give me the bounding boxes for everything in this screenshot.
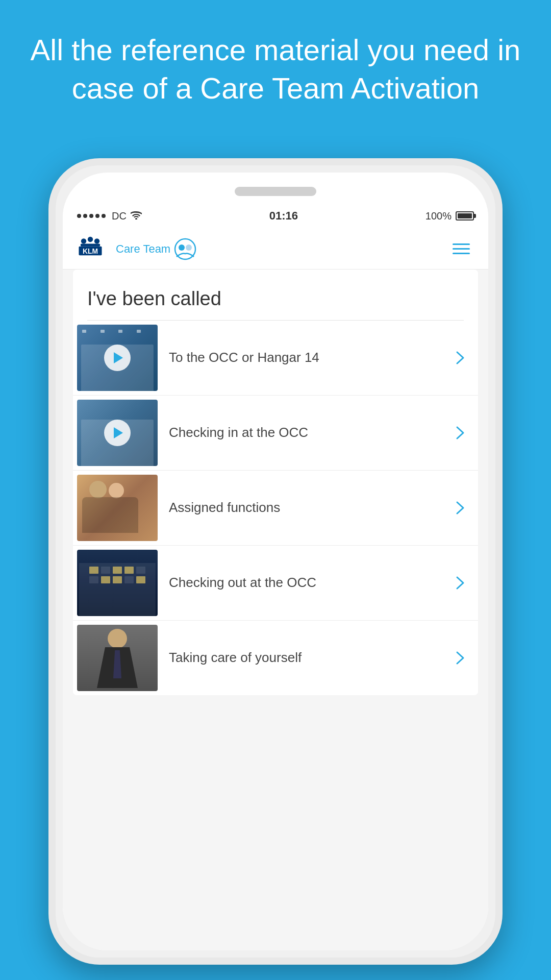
light: [89, 576, 98, 583]
svg-point-7: [179, 244, 185, 251]
list-item-thumbnail-5: [77, 625, 158, 691]
battery-percent: 100%: [425, 210, 452, 222]
thumb-building-1: [77, 325, 158, 391]
status-bar: DC 01:16 100%: [63, 203, 488, 229]
play-button-2[interactable]: [104, 420, 131, 446]
signal-strength: [77, 214, 106, 218]
page-title: I've been called: [73, 270, 478, 320]
svg-text:KLM: KLM: [83, 247, 98, 255]
thumb-person-tie: [77, 625, 158, 691]
light: [101, 567, 110, 574]
signal-dot-2: [83, 214, 87, 218]
signal-dot-4: [95, 214, 99, 218]
list-item-thumbnail-2: [77, 400, 158, 466]
hamburger-menu-button[interactable]: [448, 239, 474, 258]
hamburger-line-3: [453, 253, 470, 254]
list-item-label-3: Assigned functions: [158, 499, 456, 517]
list-item-label-4: Checking out at the OCC: [158, 574, 456, 592]
list-item[interactable]: Assigned functions: [73, 471, 478, 546]
app-content: I've been called: [63, 270, 488, 950]
svg-point-8: [186, 244, 192, 251]
status-left: DC: [77, 210, 142, 222]
play-button-1[interactable]: [104, 345, 131, 371]
light: [124, 567, 134, 574]
chevron-right-icon-2: [456, 426, 470, 440]
svg-point-2: [94, 238, 99, 243]
light: [113, 576, 122, 583]
person-head-shape: [108, 629, 127, 648]
list-item[interactable]: Checking out at the OCC: [73, 546, 478, 621]
list-item-label-2: Checking in at the OCC: [158, 424, 456, 442]
list-item[interactable]: Taking care of yourself: [73, 621, 478, 695]
battery-indicator: [456, 211, 474, 220]
light: [113, 567, 122, 574]
signal-dot-3: [89, 214, 93, 218]
app-navbar: KLM Care Team: [63, 229, 488, 270]
list-item-thumbnail-3: [77, 475, 158, 541]
window: [137, 330, 141, 333]
play-triangle: [114, 352, 123, 363]
people-body: [82, 497, 138, 533]
status-right: 100%: [425, 210, 474, 222]
list-item-label-5: Taking care of yourself: [158, 649, 456, 667]
list-item-label-1: To the OCC or Hangar 14: [158, 349, 456, 366]
play-triangle: [114, 427, 123, 438]
hamburger-line-2: [453, 248, 470, 250]
thumb-people: [77, 475, 158, 541]
signal-dot-5: [102, 214, 106, 218]
svg-rect-3: [81, 243, 100, 246]
thumb-building-2: [77, 400, 158, 466]
battery-fill: [458, 213, 472, 218]
building-windows: [82, 330, 153, 333]
list-item-thumbnail-1: [77, 325, 158, 391]
status-time: 01:16: [269, 209, 298, 223]
phone-speaker: [235, 187, 316, 196]
light: [101, 576, 110, 583]
thumb-building-dark: [77, 550, 158, 616]
content-card: I've been called: [73, 270, 478, 695]
phone-shell: DC 01:16 100%: [48, 158, 503, 965]
battery-box: [456, 211, 474, 220]
chevron-right-icon-3: [456, 501, 470, 515]
wifi-icon: [131, 210, 142, 222]
phone-inner: DC 01:16 100%: [63, 173, 488, 950]
carrier-label: DC: [112, 210, 127, 222]
app-background: All the reference material you need in c…: [0, 0, 551, 980]
header-tagline: All the reference material you need in c…: [20, 31, 531, 108]
light: [136, 567, 145, 574]
window: [82, 330, 86, 333]
hamburger-line-1: [453, 243, 470, 245]
window: [101, 330, 105, 333]
care-team-icon: [173, 237, 197, 261]
care-team-brand: Care Team: [116, 237, 197, 261]
chevron-right-icon-4: [456, 576, 470, 590]
signal-dot-1: [77, 214, 81, 218]
list-item[interactable]: Checking in at the OCC: [73, 396, 478, 471]
light: [124, 576, 134, 583]
list-item-thumbnail-4: [77, 550, 158, 616]
list-item[interactable]: To the OCC or Hangar 14: [73, 321, 478, 396]
light: [89, 567, 98, 574]
building-lights: [89, 567, 146, 603]
svg-point-0: [81, 238, 86, 243]
person-head-2: [109, 483, 124, 498]
chevron-right-icon-5: [456, 651, 470, 665]
klm-logo: KLM Care Team: [77, 236, 197, 262]
klm-crown-icon: KLM: [77, 236, 104, 262]
light: [136, 576, 145, 583]
chevron-right-icon-1: [456, 351, 470, 365]
svg-point-1: [88, 236, 93, 241]
person-head-1: [89, 481, 107, 498]
care-team-label: Care Team: [116, 242, 170, 256]
window: [118, 330, 122, 333]
